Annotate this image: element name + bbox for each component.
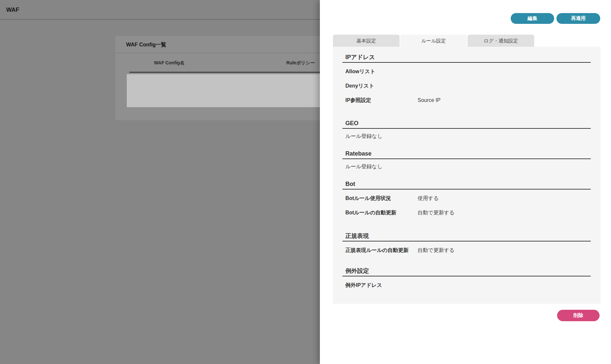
- section-title: 例外設定: [342, 268, 591, 276]
- settings-tabs: 基本設定 ルール設定 ログ・通知設定: [333, 35, 534, 47]
- column-header-config-name: WAF Config名: [140, 60, 199, 66]
- setting-row: Denyリスト: [342, 83, 591, 89]
- setting-value: 使用する: [418, 195, 439, 201]
- reapply-button[interactable]: 再適用: [556, 13, 600, 24]
- delete-button[interactable]: 削除: [557, 310, 600, 321]
- setting-value: 自動で更新する: [418, 247, 454, 253]
- section-regex: 正規表現 正規表現ルールの自動更新 自動で更新する: [342, 233, 591, 253]
- section-exception-settings: 例外設定 例外IPアドレス: [342, 268, 591, 288]
- section-title: IPアドレス: [342, 54, 591, 63]
- setting-row: 正規表現ルールの自動更新 自動で更新する: [342, 247, 591, 253]
- setting-row: Botルール使用状況 使用する: [342, 195, 591, 201]
- rule-settings-panel: IPアドレス Allowリスト Denyリスト IP参照設定 Source IP…: [333, 47, 601, 304]
- section-ip-address: IPアドレス Allowリスト Denyリスト IP参照設定 Source IP: [342, 54, 591, 103]
- setting-label: Allowリスト: [345, 69, 418, 74]
- section-title: 正規表現: [342, 233, 591, 241]
- setting-value: Source IP: [418, 97, 440, 103]
- setting-row: Allowリスト: [342, 69, 591, 74]
- tab-log-notification-settings[interactable]: ログ・通知設定: [468, 35, 534, 47]
- waf-config-detail-drawer: 編集 再適用 基本設定 ルール設定 ログ・通知設定 IPアドレス Allowリス…: [320, 0, 611, 364]
- setting-label: IP参照設定: [345, 97, 418, 103]
- section-bot: Bot Botルール使用状況 使用する Botルールの自動更新 自動で更新する: [342, 181, 591, 216]
- setting-label: Denyリスト: [345, 83, 418, 89]
- section-geo: GEO ルール登録なし: [342, 120, 591, 139]
- edit-button[interactable]: 編集: [511, 13, 554, 24]
- setting-label: 正規表現ルールの自動更新: [345, 247, 418, 253]
- section-title: Ratebase: [342, 151, 591, 159]
- screen: WAF WAF Config一覧 WAF Config名 Ruleポリシー 編集…: [0, 0, 611, 364]
- setting-row: 例外IPアドレス: [342, 282, 591, 288]
- setting-label: Botルールの自動更新: [345, 210, 418, 216]
- setting-value: 自動で更新する: [418, 210, 454, 216]
- page-title: WAF: [6, 0, 19, 20]
- setting-row: IP参照設定 Source IP: [342, 97, 591, 103]
- tab-rule-settings[interactable]: ルール設定: [400, 35, 467, 47]
- section-title: Bot: [342, 181, 591, 190]
- setting-label: 例外IPアドレス: [345, 282, 418, 288]
- setting-label: Botルール使用状況: [345, 195, 418, 201]
- section-title: GEO: [342, 120, 591, 129]
- section-ratebase: Ratebase ルール登録なし: [342, 151, 591, 170]
- no-rules-note: ルール登録なし: [342, 164, 591, 170]
- setting-row: Botルールの自動更新 自動で更新する: [342, 210, 591, 216]
- no-rules-note: ルール登録なし: [342, 133, 591, 139]
- tab-basic-settings[interactable]: 基本設定: [333, 35, 400, 47]
